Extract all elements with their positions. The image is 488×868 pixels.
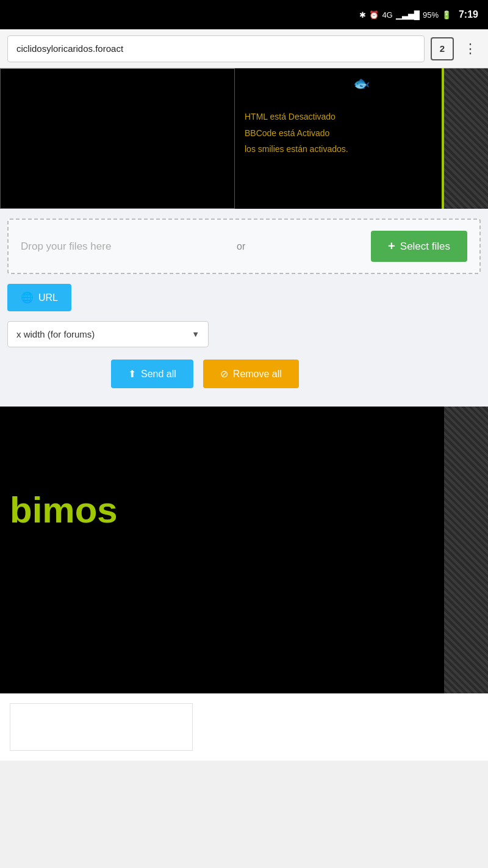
- url-button[interactable]: 🌐 URL: [7, 284, 71, 311]
- bottom-left-panel: bimos: [0, 407, 442, 693]
- select-files-button[interactable]: + Select files: [371, 231, 467, 262]
- page-content: 🐟 HTML está Desactivado BBCode está Acti…: [0, 68, 488, 761]
- remove-all-button[interactable]: ⊘ Remove all: [203, 360, 299, 388]
- status-bar: ✱ ⏰ 4G ▁▃▅█ 95% 🔋 7:19: [0, 0, 488, 29]
- url-button-label: URL: [38, 292, 58, 303]
- browser-chrome: ciclidosyloricaridos.foroact 2 ⋮: [0, 29, 488, 68]
- drop-zone[interactable]: Drop your files here or + Select files: [7, 219, 481, 274]
- forum-editor-area: [0, 68, 235, 209]
- side-image: [444, 68, 488, 209]
- alarm-icon: ⏰: [369, 10, 379, 20]
- globe-icon: 🌐: [21, 291, 34, 304]
- upload-icon: ⬆: [128, 368, 136, 380]
- or-text: or: [237, 241, 245, 252]
- drop-text: Drop your files here: [21, 241, 111, 253]
- bluetooth-icon: ✱: [359, 10, 366, 20]
- plus-icon: +: [388, 239, 395, 253]
- battery-icon: 🔋: [442, 10, 451, 20]
- url-text: ciclidosyloricaridos.foroact: [16, 43, 123, 54]
- bottom-side-image: [444, 407, 488, 693]
- status-icons: ✱ ⏰ 4G ▁▃▅█ 95% 🔋: [359, 10, 451, 20]
- select-files-label: Select files: [400, 241, 450, 253]
- chevron-down-icon: ▼: [192, 330, 199, 339]
- 4g-icon: 4G: [382, 10, 392, 20]
- remove-all-label: Remove all: [233, 369, 282, 380]
- upload-section: Drop your files here or + Select files 🌐…: [0, 209, 488, 407]
- tab-count-button[interactable]: 2: [431, 37, 454, 60]
- bottom-white-box: [10, 703, 193, 751]
- send-all-button[interactable]: ⬆ Send all: [111, 360, 193, 388]
- status-time: 7:19: [459, 9, 478, 20]
- bottom-section: bimos: [0, 407, 488, 693]
- action-buttons: ⬆ Send all ⊘ Remove all: [111, 360, 481, 388]
- bottom-white-section: [0, 693, 488, 761]
- battery-percentage: 95%: [423, 10, 439, 20]
- ban-icon: ⊘: [220, 368, 228, 380]
- width-dropdown-value: x width (for forums): [16, 329, 95, 339]
- width-dropdown[interactable]: x width (for forums) ▼: [7, 321, 209, 347]
- bottom-partial-text: bimos: [10, 492, 432, 529]
- signal-bars-icon: ▁▃▅█: [396, 10, 420, 20]
- tab-count: 2: [440, 43, 445, 54]
- fish-icon: 🐟: [353, 76, 370, 91]
- forum-section: 🐟 HTML está Desactivado BBCode está Acti…: [0, 68, 488, 209]
- send-all-label: Send all: [141, 369, 176, 380]
- url-bar[interactable]: ciclidosyloricaridos.foroact: [7, 35, 425, 62]
- browser-menu-button[interactable]: ⋮: [460, 38, 481, 59]
